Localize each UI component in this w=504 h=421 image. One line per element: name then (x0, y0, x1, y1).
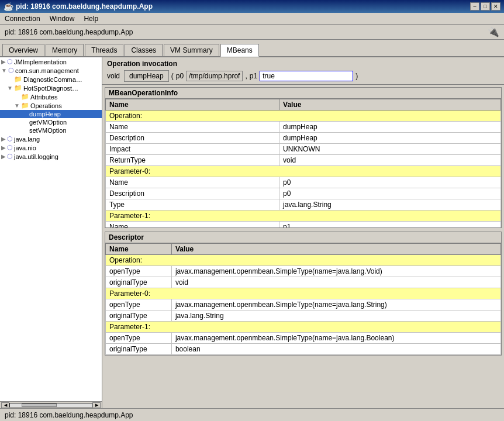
sidebar-item-getvmoption[interactable]: getVMOption (0, 118, 102, 126)
void-label: void (107, 72, 122, 80)
title-bar: ☕ pid: 18916 com.baeldung.heapdump.App –… (0, 0, 504, 13)
sidebar-item-javalang[interactable]: ▶ ⬡ java.lang (0, 134, 102, 143)
tab-classes[interactable]: Classes (125, 44, 163, 56)
close-paren: ) (355, 72, 358, 80)
mbean-info-scroll[interactable]: Name Value Operation:NamedumpHeapDescrip… (105, 99, 501, 227)
sidebar-item-comsun[interactable]: ▼ ⬡ com.sun.management (0, 66, 102, 75)
expand-icon-javanio: ▶ (1, 144, 6, 151)
sidebar-label-attributes: Attributes (30, 94, 57, 101)
sidebar-label-javautillogging: java.util.logging (14, 153, 58, 160)
desc-value-cell: void (171, 277, 500, 288)
table-row: ImpactUNKNOWN (106, 144, 501, 155)
operation-invocation-row: void dumpHeap ( p0 /tmp/dump.hprof , p1 … (107, 70, 499, 82)
expand-icon-comsun: ▼ (1, 67, 7, 74)
desc-value-cell: boolean (171, 344, 500, 355)
sidebar-item-diagnostic[interactable]: 📁 DiagnosticComma… (0, 75, 102, 84)
desc-name-cell: openType (106, 266, 172, 277)
hscroll-right-btn[interactable]: ▶ (92, 402, 101, 408)
desc-header-cell: Operation: (106, 255, 501, 266)
sidebar-label-operations: Operations (30, 102, 62, 109)
bean-icon-javalang: ⬡ (7, 135, 13, 143)
tab-overview[interactable]: Overview (2, 44, 44, 56)
param0-value: /tmp/dump.hprof (186, 71, 243, 81)
close-button[interactable]: ✕ (491, 2, 500, 11)
col-value-header: Value (279, 99, 501, 111)
menu-connection[interactable]: Connection (2, 14, 43, 23)
sidebar-label-javanio: java.nio (14, 144, 36, 151)
sidebar-label-hotspot: HotSpotDiagnost… (23, 85, 78, 92)
dump-heap-button[interactable]: dumpHeap (124, 70, 169, 82)
descriptor-table: Name Value Operation:openTypejavax.manag… (105, 243, 501, 355)
bean-icon-comsun: ⬡ (8, 67, 14, 74)
sidebar: ▶ ⬡ JMImplementation ▼ ⬡ com.sun.managem… (0, 57, 102, 401)
param0-label: p0 (176, 72, 184, 80)
row-value-cell: dumpHeap (279, 122, 501, 133)
table-row: Typejava.lang.String (106, 199, 501, 210)
mbean-operation-info-table: Name Value Operation:NamedumpHeapDescrip… (105, 99, 501, 227)
tab-threads[interactable]: Threads (85, 44, 123, 56)
expand-icon: ▶ (1, 58, 6, 65)
desc-value-cell: javax.management.openmbean.SimpleType(na… (171, 299, 500, 310)
descriptor-container: Descriptor Name Value Operation:openType… (105, 232, 502, 356)
menu-help[interactable]: Help (81, 14, 101, 23)
row-value-cell: dumpHeap (279, 133, 501, 144)
desc-col-name-header: Name (106, 244, 172, 255)
hscroll-track[interactable] (9, 403, 92, 408)
desc-name-cell: originalType (106, 344, 172, 355)
hscroll-left-btn[interactable]: ◀ (1, 402, 9, 408)
maximize-button[interactable]: □ (481, 2, 490, 11)
tab-memory[interactable]: Memory (46, 44, 84, 56)
sidebar-item-operations[interactable]: ▼ 📁 Operations (0, 101, 102, 110)
param1-input[interactable] (260, 71, 353, 81)
col-name-header: Name (106, 99, 279, 111)
menu-window[interactable]: Window (47, 14, 77, 23)
tab-vm-summary[interactable]: VM Summary (164, 44, 219, 56)
sidebar-item-attributes[interactable]: 📁 Attributes (0, 92, 102, 101)
sidebar-label-javalang: java.lang (14, 136, 40, 143)
row-name-cell: Name (106, 177, 279, 188)
tables-area: MBeanOperationInfo Name Value Operation:… (102, 85, 504, 408)
comma: , (245, 72, 247, 80)
sidebar-item-jmimplementation[interactable]: ▶ ⬡ JMImplementation (0, 57, 102, 66)
desc-name-cell: originalType (106, 310, 172, 322)
tabs-bar: Overview Memory Threads Classes VM Summa… (0, 40, 504, 57)
row-name-cell: Name (106, 222, 279, 228)
sidebar-label-diagnostic: DiagnosticComma… (23, 76, 82, 83)
desc-value-cell: javax.management.openmbean.SimpleType(na… (171, 333, 500, 344)
row-name-cell: Description (106, 188, 279, 199)
open-paren: ( (171, 72, 174, 80)
table-row: Operation: (106, 111, 501, 122)
expand-icon-javalang: ▶ (1, 136, 6, 142)
sidebar-wrapper: ▶ ⬡ JMImplementation ▼ ⬡ com.sun.managem… (0, 57, 102, 408)
minimize-button[interactable]: – (470, 2, 479, 11)
row-value-cell: p0 (279, 188, 501, 199)
row-value-cell: UNKNOWN (279, 144, 501, 155)
sidebar-item-dumpheap[interactable]: dumpHeap (0, 110, 102, 118)
row-header-cell: Parameter-1: (106, 210, 501, 222)
table-row: Parameter-0: (106, 288, 501, 299)
expand-icon-javautillogging: ▶ (1, 153, 6, 160)
row-header-cell: Parameter-0: (106, 166, 501, 177)
tab-mbeans[interactable]: MBeans (220, 44, 259, 57)
app-header: pid: 18916 com.baeldung.heapdump.App 🔌 (0, 25, 504, 40)
sidebar-hscrollbar[interactable]: ◀ ▶ (0, 401, 102, 408)
sidebar-item-javanio[interactable]: ▶ ⬡ java.nio (0, 143, 102, 152)
sidebar-item-javautillogging[interactable]: ▶ ⬡ java.util.logging (0, 152, 102, 161)
expand-icon-hotspot: ▼ (7, 85, 13, 91)
window-controls: – □ ✕ (470, 2, 500, 11)
sidebar-item-hotspot[interactable]: ▼ 📁 HotSpotDiagnost… (0, 84, 102, 92)
sidebar-label-comsun: com.sun.management (15, 67, 79, 74)
sidebar-item-setvmoption[interactable]: setVMOption (0, 126, 102, 134)
descriptor-scroll[interactable]: Name Value Operation:openTypejavax.manag… (105, 243, 501, 355)
desc-header-cell: Parameter-0: (106, 288, 501, 299)
table-row: openTypejavax.management.openmbean.Simpl… (106, 299, 501, 310)
row-header-cell: Operation: (106, 111, 501, 122)
desc-header-cell: Parameter-1: (106, 322, 501, 333)
desc-name-cell: openType (106, 333, 172, 344)
hscroll-thumb[interactable] (22, 403, 57, 407)
param1-label: p1 (250, 72, 257, 80)
table-row: Namep0 (106, 177, 501, 188)
main-content: ▶ ⬡ JMImplementation ▼ ⬡ com.sun.managem… (0, 57, 504, 408)
desc-value-cell: java.lang.String (171, 310, 500, 322)
row-name-cell: Name (106, 122, 279, 133)
